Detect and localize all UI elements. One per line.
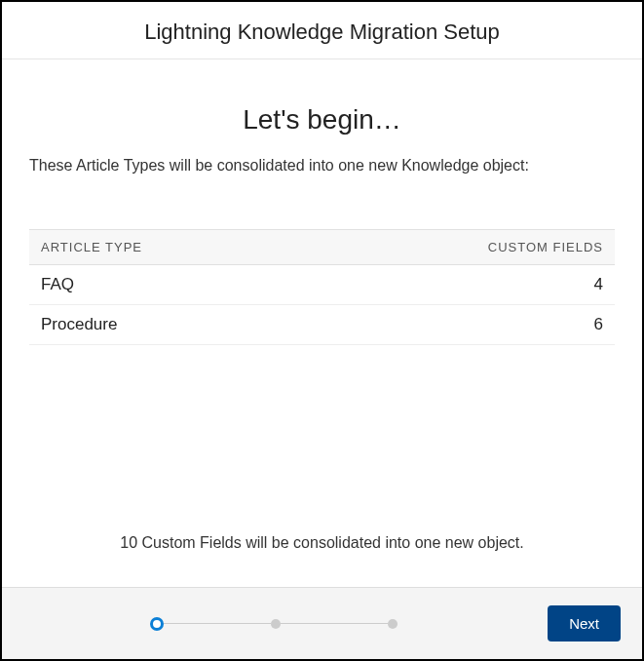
column-header-article-type: ARTICLE TYPE bbox=[41, 240, 142, 254]
next-button[interactable]: Next bbox=[548, 605, 621, 642]
modal-title: Lightning Knowledge Migration Setup bbox=[2, 19, 642, 45]
custom-fields-count: 4 bbox=[594, 275, 603, 294]
modal-header: Lightning Knowledge Migration Setup bbox=[2, 2, 642, 59]
progress-step-3 bbox=[388, 619, 398, 629]
progress-step-1-active bbox=[150, 617, 164, 631]
progress-step-2 bbox=[271, 619, 281, 629]
modal-footer: Next bbox=[2, 587, 642, 659]
progress-line bbox=[281, 623, 388, 624]
page-subtitle: Let's begin… bbox=[29, 104, 615, 136]
summary-text: 10 Custom Fields will be consolidated in… bbox=[29, 534, 615, 552]
column-header-custom-fields: CUSTOM FIELDS bbox=[488, 240, 603, 254]
table-row: Procedure 6 bbox=[29, 305, 615, 345]
custom-fields-count: 6 bbox=[594, 315, 603, 334]
progress-line bbox=[164, 623, 271, 624]
article-types-table: ARTICLE TYPE CUSTOM FIELDS FAQ 4 Procedu… bbox=[29, 229, 615, 345]
page-description: These Article Types will be consolidated… bbox=[29, 157, 615, 175]
article-type-name: Procedure bbox=[41, 315, 117, 334]
table-row: FAQ 4 bbox=[29, 265, 615, 305]
modal-content: Let's begin… These Article Types will be… bbox=[2, 59, 642, 587]
article-type-name: FAQ bbox=[41, 275, 74, 294]
table-header-row: ARTICLE TYPE CUSTOM FIELDS bbox=[29, 229, 615, 265]
progress-indicator bbox=[150, 617, 398, 631]
